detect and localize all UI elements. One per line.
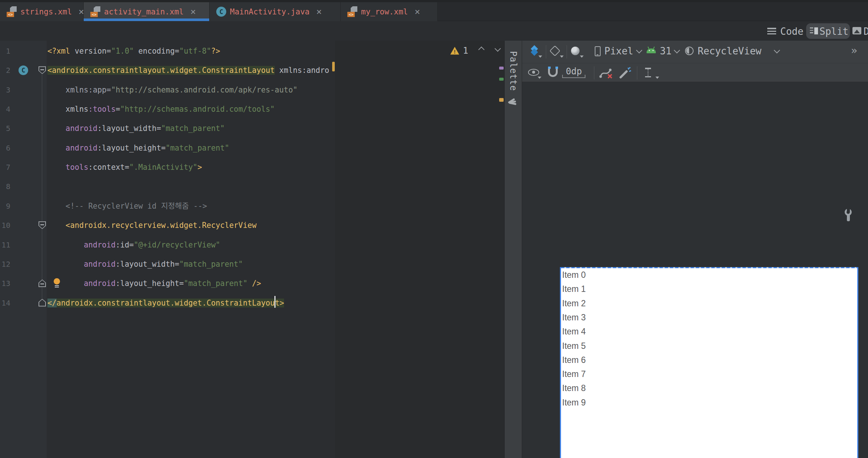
tab-MainActivity.java[interactable]: CMainActivity.java× (210, 2, 341, 21)
code-line-2[interactable]: <androidx.constraintlayout.widget.Constr… (47, 61, 329, 80)
inspections-widget[interactable]: ! 1 (450, 45, 500, 56)
api-level-selector[interactable]: 31 (660, 46, 671, 57)
device-selector[interactable]: Pixel (604, 46, 633, 57)
preview-item-0[interactable]: Item 0 (562, 270, 586, 280)
device-preview-screen[interactable]: Item 0Item 1Item 2Item 3Item 4Item 5Item… (560, 267, 858, 458)
next-warning-chevron-icon[interactable] (495, 46, 501, 52)
preview-item-9[interactable]: Item 9 (562, 398, 586, 408)
design-mode-icon (852, 27, 861, 34)
tab-label: strings.xml (20, 7, 72, 16)
error-stripe-mark[interactable] (499, 98, 504, 102)
design-toolbar-constraints: 0dp (522, 63, 868, 82)
code-line-1[interactable]: <?xml version="1.0" encoding="utf-8"?> (47, 41, 220, 61)
line-number: 14 (0, 293, 10, 313)
pack-dropdown-icon[interactable] (655, 77, 659, 79)
tab-label: MainActivity.java (230, 7, 310, 16)
theme-icon (685, 47, 694, 55)
theme-dropdown-chevron-icon[interactable] (774, 47, 780, 54)
wrench-icon[interactable] (844, 209, 852, 222)
code-line-13[interactable]: android:layout_height="match_parent" /> (47, 274, 261, 293)
close-tab-icon[interactable]: × (414, 7, 420, 16)
code-line-5[interactable]: android:layout_width="match_parent" (47, 119, 225, 138)
xml-file-icon: <> (90, 6, 100, 17)
editor-tab-bar: <>strings.xml×<>activity_main.xml×CMainA… (0, 2, 868, 21)
preview-item-7[interactable]: Item 7 (562, 369, 586, 379)
line-number: 3 (0, 80, 10, 100)
line-number: 2 (0, 61, 10, 80)
code-line-10[interactable]: <androidx.recyclerview.widget.RecyclerVi… (47, 216, 257, 235)
night-mode-dropdown-icon[interactable] (580, 55, 584, 58)
clear-constraints-icon[interactable] (598, 67, 614, 80)
line-number: 1 (0, 41, 10, 61)
line-number: 4 (0, 100, 10, 119)
android-studio-window: <>strings.xml×<>activity_main.xml×CMainA… (0, 0, 868, 458)
code-line-14[interactable]: </androidx.constraintlayout.widget.Const… (47, 293, 284, 313)
code-line-4[interactable]: xmlns:tools="http://schemas.android.com/… (47, 100, 275, 119)
close-tab-icon[interactable]: × (190, 7, 196, 16)
preview-item-5[interactable]: Item 5 (562, 341, 586, 351)
close-tab-icon[interactable]: × (79, 7, 84, 16)
code-line-9[interactable]: <!-- RecyclerView id 지정해줌 --> (47, 196, 207, 216)
editor-right-shade (335, 41, 504, 458)
design-toolbar-main: Pixel 31 RecycleView » (522, 41, 868, 63)
editor-mode-toggle-row: Code Split D (0, 21, 868, 41)
active-tab-underline (84, 18, 209, 21)
preview-item-4[interactable]: Item 4 (562, 327, 586, 337)
api-dropdown-chevron-icon[interactable] (674, 47, 680, 54)
default-margins-control[interactable]: 0dp (562, 66, 585, 78)
line-number: 7 (0, 158, 10, 177)
code-editor[interactable]: ! 1 1<?xml version="1.0" encoding="utf-8… (0, 41, 504, 458)
java-class-icon: C (216, 7, 226, 17)
preview-item-1[interactable]: Item 1 (562, 284, 586, 294)
warning-count: 1 (463, 46, 468, 56)
preview-item-2[interactable]: Item 2 (562, 299, 586, 309)
tab-strings.xml[interactable]: <>strings.xml× (0, 2, 84, 21)
view-options-eye-icon[interactable] (528, 69, 539, 76)
device-icon (595, 46, 601, 56)
design-surface[interactable]: Item 0Item 1Item 2Item 3Item 4Item 5Item… (522, 82, 868, 458)
error-stripe-mark[interactable] (499, 78, 504, 81)
code-line-7[interactable]: tools:context=".MainActivity"> (47, 158, 202, 177)
preview-item-3[interactable]: Item 3 (562, 313, 586, 323)
tab-activity_main.xml[interactable]: <>activity_main.xml× (84, 2, 210, 21)
previous-warning-chevron-icon[interactable] (478, 47, 485, 53)
code-mode-button[interactable]: Code (780, 26, 804, 37)
tab-label: my_row.xml (361, 7, 408, 16)
line-number: 5 (0, 119, 10, 138)
design-preview-panel: Pixel 31 RecycleView » 0dp (522, 41, 868, 458)
error-stripe-mark[interactable] (499, 67, 504, 70)
code-line-3[interactable]: xmlns:app="http://schemas.android.com/ap… (47, 80, 297, 100)
line-number: 6 (0, 138, 10, 158)
warning-stripe-mark[interactable] (332, 62, 335, 71)
orientation-dropdown-icon[interactable] (560, 55, 564, 58)
autoconnect-magnet-icon[interactable] (548, 68, 558, 77)
intention-bulb-icon[interactable] (54, 278, 60, 288)
xml-file-icon: <> (347, 6, 357, 17)
palette-tool-window-button[interactable]: Palette (504, 41, 522, 458)
fold-guide-line (42, 74, 42, 299)
preview-item-8[interactable]: Item 8 (562, 383, 586, 393)
device-dropdown-chevron-icon[interactable] (636, 47, 642, 54)
preview-item-6[interactable]: Item 6 (562, 355, 586, 365)
pack-align-icon[interactable] (645, 68, 651, 77)
theme-selector[interactable]: RecycleView (698, 46, 761, 57)
split-mode-button[interactable]: Split (819, 26, 848, 37)
line-number: 12 (0, 255, 10, 274)
layers-dropdown-icon[interactable] (538, 55, 542, 58)
tab-label: activity_main.xml (104, 7, 184, 16)
code-line-11[interactable]: android:id="@+id/recyclerView" (47, 235, 220, 255)
view-options-dropdown-icon[interactable] (538, 77, 541, 79)
line-number: 11 (0, 235, 10, 255)
design-mode-button[interactable]: D (864, 26, 868, 37)
close-tab-icon[interactable]: × (316, 7, 322, 16)
code-line-12[interactable]: android:layout_width="match_parent" (47, 255, 243, 274)
infer-constraints-wand-icon[interactable] (618, 66, 632, 80)
night-mode-icon[interactable] (571, 47, 580, 55)
orientation-icon[interactable] (550, 46, 561, 57)
line-number: 13 (0, 274, 10, 293)
android-api-icon (647, 48, 656, 53)
tab-my_row.xml[interactable]: <>my_row.xml× (341, 2, 438, 21)
code-line-6[interactable]: android:layout_height="match_parent" (47, 138, 229, 158)
palette-icon (509, 96, 518, 104)
toolbar-overflow-button[interactable]: » (851, 44, 857, 57)
